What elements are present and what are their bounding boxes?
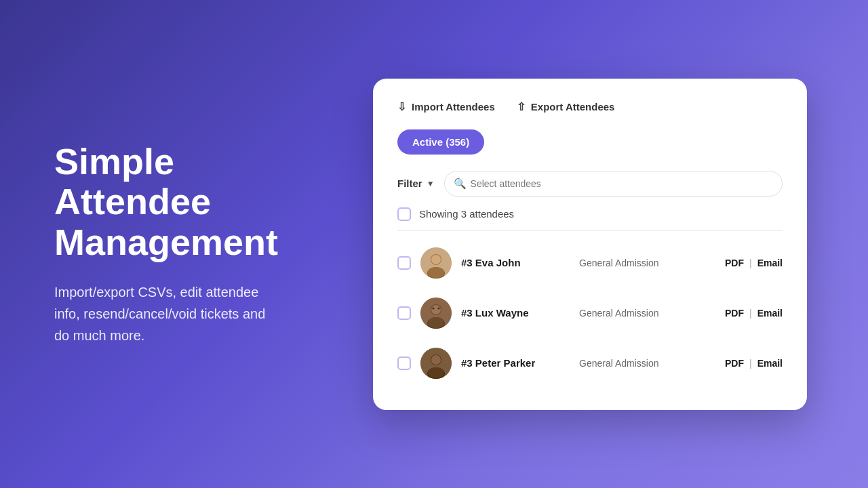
showing-text: Showing 3 attendees bbox=[419, 208, 514, 220]
table-row: #3 Eva John General Admission PDF | Emai… bbox=[397, 238, 783, 288]
attendee-name-1: #3 Eva John bbox=[461, 257, 570, 268]
hero-description: Import/export CSVs, edit attendee info, … bbox=[54, 281, 271, 346]
pdf-link-3[interactable]: PDF bbox=[725, 358, 744, 369]
export-icon: ⇧ bbox=[517, 100, 526, 113]
chevron-down-icon: ▼ bbox=[427, 179, 435, 188]
pdf-link-2[interactable]: PDF bbox=[725, 308, 744, 319]
export-attendees-button[interactable]: ⇧ Export Attendees bbox=[517, 100, 615, 113]
right-panel: ⇩ Import Attendees ⇧ Export Attendees Ac… bbox=[326, 52, 868, 437]
separator-1: | bbox=[749, 258, 752, 268]
active-badge-button[interactable]: Active (356) bbox=[397, 129, 484, 155]
svg-point-11 bbox=[438, 307, 440, 309]
svg-point-15 bbox=[431, 355, 441, 365]
attendee-list: #3 Eva John General Admission PDF | Emai… bbox=[397, 238, 783, 388]
hero-title: Simple Attendee Management bbox=[54, 142, 271, 262]
attendee-management-card: ⇩ Import Attendees ⇧ Export Attendees Ac… bbox=[373, 79, 807, 410]
avatar bbox=[420, 247, 452, 279]
attendee-checkbox-2[interactable] bbox=[397, 306, 411, 320]
attendee-name-2: #3 Lux Wayne bbox=[461, 307, 570, 319]
table-row: #3 Lux Wayne General Admission PDF | Ema… bbox=[397, 288, 783, 338]
attendee-actions-3: PDF | Email bbox=[725, 358, 783, 369]
svg-point-3 bbox=[431, 255, 441, 264]
separator-3: | bbox=[749, 358, 752, 369]
avatar bbox=[420, 348, 452, 379]
attendee-actions-1: PDF | Email bbox=[725, 258, 783, 268]
attendee-name-3: #3 Peter Parker bbox=[461, 357, 570, 369]
svg-point-8 bbox=[431, 305, 441, 314]
search-wrapper: 🔍 bbox=[444, 171, 783, 197]
attendee-actions-2: PDF | Email bbox=[725, 308, 783, 319]
table-row: #3 Peter Parker General Admission PDF | … bbox=[397, 338, 783, 388]
email-link-2[interactable]: Email bbox=[757, 308, 783, 319]
svg-point-10 bbox=[433, 307, 435, 309]
showing-row: Showing 3 attendees bbox=[397, 207, 783, 231]
attendee-checkbox-1[interactable] bbox=[397, 256, 411, 270]
svg-point-16 bbox=[428, 367, 444, 378]
separator-2: | bbox=[749, 308, 752, 319]
import-icon: ⇩ bbox=[397, 100, 406, 113]
email-link-1[interactable]: Email bbox=[757, 258, 783, 268]
left-panel: Simple Attendee Management Import/export… bbox=[0, 101, 326, 387]
pdf-link-1[interactable]: PDF bbox=[725, 258, 744, 268]
attendee-ticket-2: General Admission bbox=[579, 308, 715, 319]
search-input[interactable] bbox=[444, 171, 783, 197]
search-icon: 🔍 bbox=[454, 178, 467, 190]
email-link-3[interactable]: Email bbox=[757, 358, 783, 369]
card-toolbar: ⇩ Import Attendees ⇧ Export Attendees bbox=[397, 100, 783, 113]
import-attendees-button[interactable]: ⇩ Import Attendees bbox=[397, 100, 495, 113]
attendee-ticket-1: General Admission bbox=[579, 258, 715, 268]
filter-button[interactable]: Filter ▼ bbox=[397, 178, 435, 189]
attendee-checkbox-3[interactable] bbox=[397, 357, 411, 370]
avatar bbox=[420, 298, 452, 329]
filter-row: Filter ▼ 🔍 bbox=[397, 171, 783, 197]
svg-point-4 bbox=[428, 267, 444, 278]
select-all-checkbox[interactable] bbox=[397, 207, 411, 221]
svg-point-9 bbox=[428, 317, 444, 328]
attendee-ticket-3: General Admission bbox=[579, 358, 715, 369]
